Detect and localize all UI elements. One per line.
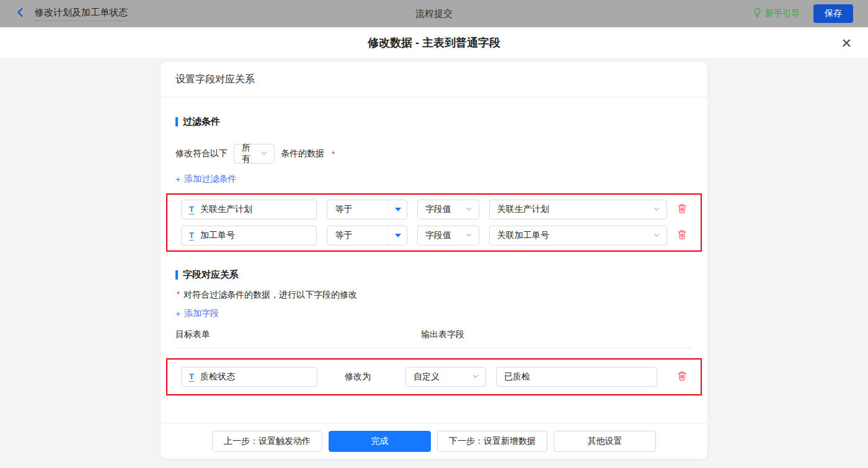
delete-row-button[interactable] bbox=[677, 229, 687, 242]
trash-icon bbox=[677, 371, 687, 384]
back-button[interactable] bbox=[15, 7, 26, 20]
mapping-section-title: 字段对应关系 bbox=[175, 269, 693, 281]
value-source-select[interactable]: 自定义 bbox=[405, 367, 486, 387]
value-type-select[interactable]: 字段值 bbox=[417, 226, 479, 245]
value-type-select[interactable]: 字段值 bbox=[417, 200, 479, 219]
filter-field-box[interactable]: T 关联生产计划 bbox=[181, 200, 317, 219]
match-condition-row: 修改符合以下 所有 条件的数据 * bbox=[175, 144, 693, 164]
finish-button[interactable]: 完成 bbox=[329, 431, 431, 452]
filter-section-title: 过滤条件 bbox=[175, 116, 693, 128]
operator-value: 等于 bbox=[327, 204, 388, 215]
chevron-down-icon bbox=[653, 205, 660, 214]
filter-field-box[interactable]: T 加工单号 bbox=[181, 226, 317, 245]
filter-rows-annotation-box: T 关联生产计划 等于 字段值 bbox=[166, 193, 702, 252]
chevron-down-icon bbox=[472, 372, 479, 382]
text-field-icon: T bbox=[189, 231, 194, 241]
beginner-guide-label: 新手引导 bbox=[765, 8, 800, 19]
back-chevron-icon bbox=[15, 7, 26, 20]
page-title: 流程提交 bbox=[0, 8, 868, 20]
add-field-label: 添加字段 bbox=[184, 308, 219, 319]
section-marker bbox=[175, 117, 178, 126]
chevron-down-icon bbox=[260, 149, 268, 159]
target-form-column-header: 目标表单 bbox=[175, 329, 210, 340]
chevron-down-icon bbox=[653, 231, 660, 241]
compare-value: 关联生产计划 bbox=[497, 204, 549, 215]
operator-caret-button[interactable] bbox=[388, 226, 407, 245]
match-mode-value: 所有 bbox=[242, 143, 255, 165]
value-type-value: 字段值 bbox=[425, 204, 451, 215]
target-field-box[interactable]: T 质检状态 bbox=[181, 367, 317, 387]
next-step-button[interactable]: 下一步：设置新增数据 bbox=[437, 431, 547, 452]
caret-down-icon bbox=[395, 208, 401, 211]
caret-down-icon bbox=[395, 234, 401, 237]
close-icon[interactable]: ✕ bbox=[841, 37, 852, 50]
mapping-section-label: 字段对应关系 bbox=[183, 269, 239, 281]
filter-section-label: 过滤条件 bbox=[183, 116, 220, 128]
compare-value-select[interactable]: 关联加工单号 bbox=[489, 226, 667, 245]
operator-value: 等于 bbox=[327, 230, 388, 241]
value-type-value: 字段值 bbox=[425, 230, 451, 241]
filter-field-name: 加工单号 bbox=[200, 230, 235, 241]
chevron-down-icon bbox=[465, 205, 472, 214]
dialog-title: 修改数据 - 主表到普通字段 bbox=[368, 35, 500, 50]
filter-row: T 关联生产计划 等于 字段值 bbox=[181, 200, 687, 219]
match-suffix-label: 条件的数据 bbox=[281, 148, 324, 159]
required-asterisk: * bbox=[332, 149, 335, 159]
prev-step-button[interactable]: 上一步：设置触发动作 bbox=[212, 431, 322, 452]
text-field-icon: T bbox=[189, 205, 194, 214]
top-bar: 修改计划及加工单状态 流程提交 新手引导 保存 bbox=[0, 0, 868, 27]
required-asterisk: * bbox=[177, 289, 180, 299]
mapping-row: T 质检状态 修改为 自定义 已质检 bbox=[181, 367, 687, 387]
mapping-table-header: 目标表单 输出表字段 bbox=[175, 329, 693, 348]
beginner-guide-link[interactable]: 新手引导 bbox=[753, 7, 800, 20]
add-field-link[interactable]: + 添加字段 bbox=[175, 308, 219, 319]
filter-field-name: 关联生产计划 bbox=[200, 204, 252, 215]
match-prefix-label: 修改符合以下 bbox=[175, 148, 228, 159]
plus-icon: + bbox=[175, 309, 180, 319]
settings-card: 设置字段对应关系 过滤条件 修改符合以下 所有 条件的数据 * bbox=[161, 62, 707, 459]
match-mode-select[interactable]: 所有 bbox=[234, 144, 275, 164]
trash-icon bbox=[677, 203, 687, 216]
operator-select[interactable]: 等于 bbox=[327, 200, 407, 219]
compare-value-select[interactable]: 关联生产计划 bbox=[489, 200, 667, 219]
delete-row-button[interactable] bbox=[677, 203, 687, 216]
mapping-row-annotation-box: T 质检状态 修改为 自定义 已质检 bbox=[166, 358, 702, 395]
value-source-value: 自定义 bbox=[414, 371, 440, 382]
output-field-column-header: 输出表字段 bbox=[421, 329, 464, 340]
dialog-body: 设置字段对应关系 过滤条件 修改符合以下 所有 条件的数据 * bbox=[0, 59, 868, 468]
modify-to-label: 修改为 bbox=[345, 371, 371, 382]
operator-caret-button[interactable] bbox=[388, 200, 407, 219]
filter-row: T 加工单号 等于 字段值 bbox=[181, 226, 687, 245]
chevron-down-icon bbox=[465, 231, 472, 241]
card-footer: 上一步：设置触发动作 完成 下一步：设置新增数据 其他设置 bbox=[161, 423, 707, 459]
mapping-note: * 对符合过滤条件的数据，进行以下字段的修改 bbox=[175, 289, 693, 301]
target-field-name: 质检状态 bbox=[200, 371, 235, 382]
operator-select[interactable]: 等于 bbox=[327, 226, 407, 245]
compare-value: 关联加工单号 bbox=[497, 230, 549, 241]
add-filter-condition-link[interactable]: + 添加过滤条件 bbox=[175, 174, 236, 185]
other-settings-button[interactable]: 其他设置 bbox=[554, 431, 656, 452]
add-filter-condition-label: 添加过滤条件 bbox=[184, 174, 236, 185]
dialog-header: 修改数据 - 主表到普通字段 ✕ bbox=[0, 27, 868, 59]
delete-row-button[interactable] bbox=[677, 371, 687, 384]
section-marker bbox=[175, 270, 178, 280]
mapping-note-text: 对符合过滤条件的数据，进行以下字段的修改 bbox=[184, 289, 357, 301]
custom-value-input[interactable]: 已质检 bbox=[496, 367, 657, 387]
card-header: 设置字段对应关系 bbox=[161, 62, 707, 97]
plus-icon: + bbox=[175, 174, 180, 184]
save-button[interactable]: 保存 bbox=[813, 4, 853, 23]
lightbulb-icon bbox=[753, 7, 762, 20]
flow-title[interactable]: 修改计划及加工单状态 bbox=[35, 7, 128, 21]
trash-icon bbox=[677, 229, 687, 242]
text-field-icon: T bbox=[189, 373, 194, 382]
